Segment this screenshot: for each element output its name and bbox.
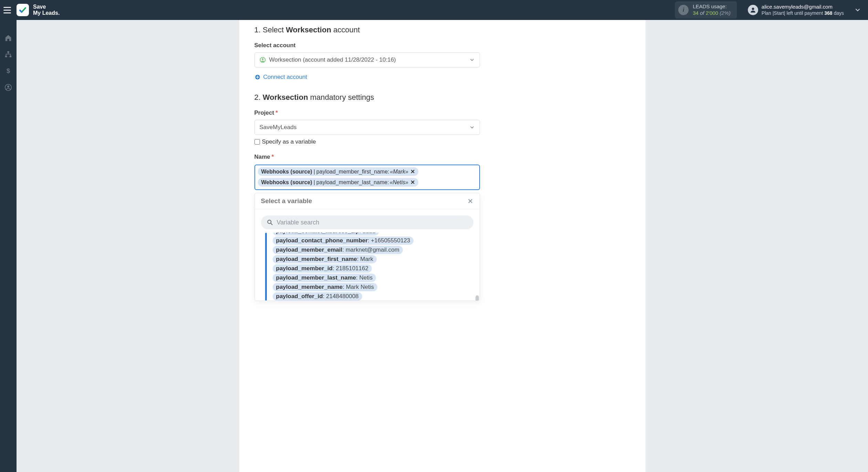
brand-line1: Save (33, 4, 60, 10)
variable-option-key: payload_member_id (276, 265, 333, 272)
usage-of: of (700, 10, 704, 16)
menu-toggle-icon[interactable] (3, 5, 12, 15)
sitemap-icon (4, 51, 12, 58)
chevron-down-icon (469, 125, 475, 130)
close-icon (467, 198, 473, 204)
user-menu-chevron[interactable] (854, 7, 861, 13)
step2-suffix: mandatory settings (308, 93, 374, 102)
variable-option-key: payload_offer_id (276, 293, 323, 300)
variable-option-key: payload_contact_address_zip (276, 233, 359, 234)
variable-option-value: : 1111 (359, 233, 375, 234)
step1-suffix: account (331, 25, 360, 34)
variable-option-value: : Mark Netis (343, 284, 374, 290)
project-label-text: Project (254, 109, 274, 116)
usage-pct: (2%) (720, 10, 731, 16)
svg-point-8 (262, 59, 263, 60)
tag-remove-icon[interactable]: ✕ (410, 168, 415, 175)
variable-option-value: : 2185101162 (333, 265, 368, 272)
connect-account-link[interactable]: Connect account (254, 74, 630, 81)
variable-option-key: payload_contact_phone_number (276, 237, 368, 244)
sidebar-item-account[interactable] (0, 79, 17, 96)
plan-days-num: 368 (824, 10, 832, 16)
step1-num: 1. (254, 25, 263, 34)
name-label-text: Name (254, 154, 270, 160)
step1-heading: 1. Select Worksection account (254, 25, 630, 34)
variable-option[interactable]: payload_offer_id: 2148480008 (273, 292, 362, 301)
scrollbar-thumb[interactable] (475, 295, 479, 301)
checkmark-icon (19, 6, 27, 14)
variable-search-input[interactable] (277, 219, 468, 226)
usage-total: 2'000 (706, 10, 718, 16)
step2-heading: 2. Worksection mandatory settings (254, 93, 630, 102)
project-select[interactable]: SaveMyLeads (254, 120, 480, 135)
brand-logo[interactable] (17, 4, 29, 16)
usage-used: 34 (693, 10, 699, 16)
chevron-down-icon (854, 7, 861, 13)
variable-option[interactable]: payload_member_name: Mark Netis (273, 283, 377, 291)
usage-text: LEADS usage: 34 of 2'000 (2%) (693, 3, 731, 17)
usage-label: LEADS usage: (693, 3, 731, 10)
required-mark: * (272, 154, 274, 160)
variable-option[interactable]: payload_member_email: marknet@gmail.com (273, 246, 403, 254)
avatar-icon (748, 5, 758, 15)
variable-list: payload_contact_address_zip: 1111payload… (265, 233, 473, 301)
svg-rect-3 (10, 56, 11, 57)
brand-line2: My Leads. (33, 10, 60, 16)
step1-prefix: Select (263, 25, 286, 34)
variable-option-key: payload_member_email (276, 247, 343, 253)
plan-name: Start (774, 10, 784, 16)
user-menu[interactable]: alice.savemyleads@gmail.com Plan |Start|… (748, 4, 844, 16)
tag-key: payload_member_first_name: (316, 169, 389, 175)
specify-variable-checkbox[interactable]: Specify as a variable (254, 138, 630, 145)
variable-option[interactable]: payload_member_first_name: Mark (273, 255, 377, 263)
step2-bold: Worksection (263, 93, 308, 102)
main-panel: 1. Select Worksection account Select acc… (239, 20, 646, 472)
account-badge-icon (260, 57, 266, 63)
user-icon (4, 84, 12, 91)
select-account-label: Select account (254, 42, 630, 49)
variable-option[interactable]: payload_member_id: 2185101162 (273, 264, 372, 273)
tag-value: «Mark» (390, 169, 408, 175)
variable-option[interactable]: payload_member_last_name: Netis (273, 274, 376, 282)
project-label: Project* (254, 109, 630, 116)
step2-num: 2. (254, 93, 263, 102)
user-email: alice.savemyleads@gmail.com (762, 4, 844, 10)
dollar-icon: $ (4, 67, 12, 75)
chevron-down-icon (469, 57, 475, 63)
user-text: alice.savemyleads@gmail.com Plan |Start|… (762, 4, 844, 16)
svg-point-6 (7, 85, 9, 87)
variable-tag[interactable]: Webhooks (source) | payload_member_first… (258, 167, 418, 176)
info-icon: i (678, 5, 689, 15)
tag-source: Webhooks (source) (261, 169, 312, 175)
plus-circle-icon (254, 74, 261, 80)
variable-option-key: payload_member_first_name (276, 256, 357, 262)
variable-option[interactable]: payload_contact_phone_number: +165055501… (273, 237, 414, 245)
variable-tag[interactable]: Webhooks (source) | payload_member_last_… (258, 178, 418, 187)
name-label: Name* (254, 154, 630, 160)
variable-option-value: : Netis (356, 274, 373, 281)
home-icon (4, 34, 12, 42)
variable-option-value: : Mark (357, 256, 373, 262)
name-tag-input[interactable]: Webhooks (source) | payload_member_first… (254, 165, 480, 190)
variable-option-value: : marknet@gmail.com (342, 247, 399, 253)
variable-option[interactable]: payload_contact_address_zip: 1111 (273, 233, 379, 235)
tag-value: «Netis» (390, 179, 408, 186)
plan-mid: | left until payment (784, 10, 824, 16)
tag-key: payload_member_last_name: (316, 179, 389, 186)
checkbox-icon (254, 139, 260, 145)
specify-variable-label: Specify as a variable (262, 138, 316, 145)
dropdown-close-button[interactable] (467, 198, 473, 204)
required-mark: * (275, 109, 278, 116)
plan-days-word: days (833, 10, 844, 16)
sidebar-item-billing[interactable]: $ (0, 63, 17, 79)
sidebar-item-home[interactable] (0, 30, 17, 46)
usage-box[interactable]: i LEADS usage: 34 of 2'000 (2%) (675, 1, 737, 19)
variable-search[interactable] (261, 216, 473, 229)
top-bar: Save My Leads. i LEADS usage: 34 of 2'00… (0, 0, 868, 20)
svg-text:$: $ (7, 67, 10, 74)
account-select[interactable]: Worksection (account added 11/28/2022 - … (254, 52, 480, 67)
plan-prefix: Plan | (762, 10, 774, 16)
sidebar-item-connections[interactable] (0, 46, 17, 63)
tag-remove-icon[interactable]: ✕ (410, 179, 415, 186)
variable-option-value: : +16505550123 (368, 237, 410, 244)
